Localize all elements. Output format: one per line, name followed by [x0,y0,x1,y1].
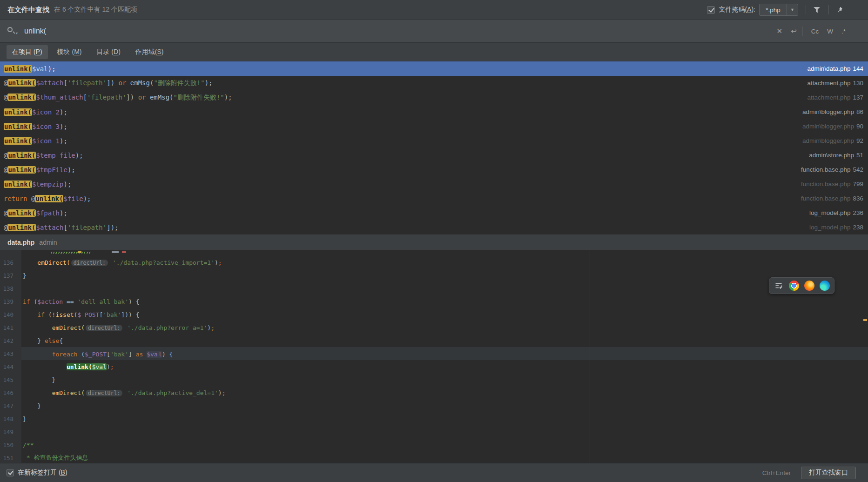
result-row[interactable]: @unlink($attach['filepath']);log_model.p… [0,220,868,234]
line-number[interactable]: 147 [0,402,21,409]
match-summary: 在 6 个文件中有 12 个匹配项 [54,6,137,14]
line-number[interactable]: 141 [0,324,21,331]
result-code: @unlink($temp_file); [4,152,809,159]
result-line-number: 144 [853,65,863,72]
chevron-down-icon[interactable]: ▼ [787,4,798,15]
scope-tab[interactable]: 作用域(S) [130,45,169,59]
line-number[interactable]: 144 [0,363,21,370]
result-row[interactable]: @unlink($temp_file);admin\store.php51 [0,148,868,162]
code-line[interactable]: 143 foreach ($_POST['bak'] as $val) { [0,347,868,360]
built-in-preview-icon[interactable] [774,281,784,291]
line-number[interactable]: 143 [0,350,21,357]
open-find-window-button[interactable]: 打开查找窗口 [801,467,856,479]
code-line[interactable]: 150/** [0,438,868,451]
result-row[interactable]: unlink($icon_2);admin\blogger.php86 [0,105,868,119]
code-token [23,363,67,370]
code-token: ); [224,94,232,101]
whole-words-toggle[interactable]: W [827,28,833,35]
result-row[interactable]: unlink($icon_3);admin\blogger.php90 [0,119,868,134]
result-file: admin\data.php144 [807,65,863,72]
code-line[interactable]: 145 } [0,373,868,386]
filter-icon[interactable] [811,4,823,16]
code-token [143,351,147,358]
code-line[interactable]: 139if ($action == 'dell_all_bak') { [0,295,868,308]
result-line-number: 236 [853,209,863,216]
regex-toggle[interactable]: .* [841,28,846,35]
result-code: unlink($icon_1); [4,137,802,145]
match-case-toggle[interactable]: Cc [811,28,819,35]
code-line[interactable]: 142 } else{ [0,334,868,347]
scope-tab[interactable]: 模块 (M) [52,45,87,59]
line-number[interactable]: 138 [0,285,21,292]
search-match: unlink( [7,79,36,87]
code-token: emMsg( [126,79,154,87]
newline-icon[interactable]: ↩ [791,27,797,35]
line-number[interactable]: 149 [0,428,21,435]
line-number[interactable]: 136 [0,259,21,266]
result-row[interactable]: @unlink($thum_attach['filepath']) or emM… [0,90,868,105]
line-number[interactable]: 139 [0,298,21,305]
code-line[interactable]: 136 emDirect(directUrl: './data.php?acti… [0,256,868,269]
clear-icon[interactable]: ✕ [777,27,783,35]
code-line[interactable]: 147 } [0,399,868,412]
code-token: $tmpFile [36,166,67,174]
code-line[interactable]: 148} [0,412,868,425]
scrollbar-match-mark[interactable] [863,319,867,321]
code-token: $icon_3 [32,123,60,130]
code-editor[interactable]: 136 emDirect(directUrl: './data.php?acti… [0,250,868,463]
file-mask-combobox[interactable]: *.php ▼ [759,4,798,16]
code-line[interactable]: 149 [0,425,868,438]
chrome-icon[interactable] [789,281,799,291]
code-token: return [4,195,31,202]
pin-icon[interactable] [834,4,846,16]
scope-tab[interactable]: 在项目 (P) [7,45,48,59]
search-match: unlink( [4,123,32,130]
open-in-new-tab-checkbox[interactable] [7,469,14,476]
line-number[interactable]: 146 [0,389,21,396]
code-content: } [21,402,41,409]
code-token: } [23,376,55,383]
code-line[interactable]: 141 emDirect(directUrl: './data.php?erro… [0,321,868,334]
line-number[interactable]: 142 [0,337,21,344]
code-token: [ [63,79,67,87]
result-row[interactable]: return @unlink($file);function.base.php8… [0,191,868,206]
line-number[interactable]: 151 [0,455,21,462]
code-line[interactable]: 138 [0,282,868,295]
result-code: unlink($tempzip); [4,181,801,188]
search-field[interactable]: ▾ unlink( ✕ ↩ Cc W .* [0,20,868,43]
result-file: function.base.php799 [801,181,863,187]
result-row[interactable]: unlink($icon_1);admin\blogger.php92 [0,134,868,148]
code-token: './data.php?active_del=1' [127,389,218,396]
open-in-new-tab-label[interactable]: 在新标签打开 (B) [18,469,67,477]
right-margin-guide [590,250,590,463]
file-mask-checkbox[interactable] [707,6,715,14]
scope-tab[interactable]: 目录 (D) [91,45,126,59]
line-number[interactable]: 145 [0,376,21,383]
result-row[interactable]: @unlink($tmpFile);function.base.php542 [0,162,868,177]
dialog-footer: 在新标签打开 (B) Ctrl+Enter 打开查找窗口 [0,463,868,482]
result-row[interactable]: unlink($tempzip);function.base.php799 [0,177,868,191]
result-row[interactable]: unlink($val);admin\data.php144 [0,61,868,76]
code-content: emDirect(directUrl: './data.php?active_i… [21,259,222,266]
edge-icon[interactable] [820,281,830,291]
result-row[interactable]: @unlink($attach['filepath']) or emMsg("删… [0,76,868,90]
search-icon[interactable]: ▾ [7,27,18,36]
line-number[interactable]: 148 [0,415,21,422]
intention-bulb-icon[interactable] [26,350,32,357]
line-number[interactable]: 150 [0,442,21,449]
line-number[interactable]: 140 [0,311,21,318]
code-token [23,389,52,396]
code-line[interactable]: 144 unlink($val); [0,360,868,373]
code-token: ) [215,259,218,266]
code-token: $temp_file [36,152,75,159]
code-line[interactable]: 140 if (!isset($_POST['bak'])) { [0,308,868,321]
code-line[interactable]: 137} [0,269,868,282]
result-row[interactable]: @unlink($fpath);log_model.php236 [0,206,868,220]
code-token: /** [23,442,34,449]
line-number[interactable]: 137 [0,272,21,279]
firefox-icon[interactable] [804,281,814,291]
code-line[interactable]: 151 * 检查备份文件头信息 [0,451,868,463]
code-token [23,311,37,318]
search-input[interactable]: unlink( [24,27,768,35]
code-line[interactable]: 146 emDirect(directUrl: './data.php?acti… [0,386,868,399]
